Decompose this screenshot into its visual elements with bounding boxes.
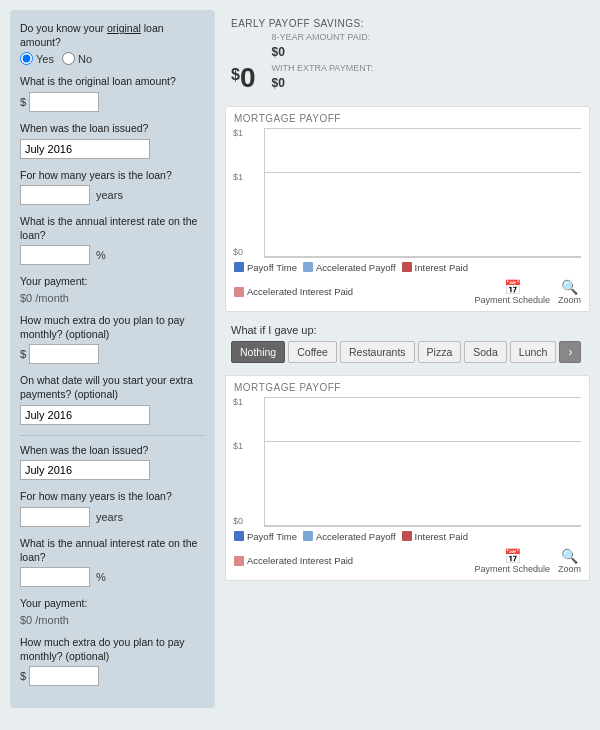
- legend-dot-accel-interest: [234, 287, 244, 297]
- radio-no-option[interactable]: No: [62, 52, 92, 65]
- tab-coffee[interactable]: Coffee: [288, 341, 337, 363]
- legend-dot-accel-payoff: [303, 262, 313, 272]
- extra2-label: How much extra do you plan to pay monthl…: [20, 636, 205, 663]
- radio-no-input[interactable]: [62, 52, 75, 65]
- legend2-interest-paid: Interest Paid: [402, 531, 468, 542]
- loan-years-label: For how many years is the loan?: [20, 169, 205, 183]
- years2-input[interactable]: [20, 507, 90, 527]
- what-if-title: What if I gave up:: [231, 324, 584, 336]
- interest2-input[interactable]: [20, 567, 90, 587]
- chart1-bot-line: [265, 256, 581, 257]
- field-loan-years: For how many years is the loan? years: [20, 169, 205, 206]
- payment2-label: Your payment:: [20, 597, 205, 611]
- field-interest2: What is the annual interest rate on the …: [20, 537, 205, 587]
- start-date-input[interactable]: [20, 405, 150, 425]
- extra2-dollar-prefix: $: [20, 670, 26, 682]
- chart2-top-line: [265, 397, 581, 398]
- interest2-input-row: %: [20, 567, 205, 587]
- legend2-dot-interest: [402, 531, 412, 541]
- legend2-dot-payoff: [234, 531, 244, 541]
- year-amount-label: 8-YEAR AMOUNT PAID:: [271, 31, 372, 44]
- field-issued-date: When was the loan issued?: [20, 122, 205, 159]
- payment-label: Your payment:: [20, 275, 205, 289]
- radio-yes-option[interactable]: Yes: [20, 52, 54, 65]
- field-start-date: On what date will you start your extra p…: [20, 374, 205, 424]
- years-input-row: years: [20, 185, 205, 205]
- field-issued2: When was the loan issued?: [20, 444, 205, 481]
- extra-dollar-prefix: $: [20, 348, 26, 360]
- years-suffix: years: [96, 189, 123, 201]
- savings-row: $ 0 8-YEAR AMOUNT PAID: $0 WITH EXTRA PA…: [231, 31, 584, 92]
- zoom-btn[interactable]: 🔍 Zoom: [558, 279, 581, 305]
- legend-row1: Payoff Time Accelerated Payoff Interest …: [234, 262, 581, 305]
- tab-pizza[interactable]: Pizza: [418, 341, 462, 363]
- chart1-label-mid: $1: [233, 172, 243, 182]
- payment-value: $0 /month: [20, 292, 205, 304]
- payment-schedule-btn2[interactable]: 📅 Payment Schedule: [474, 548, 550, 574]
- extra-monthly-input[interactable]: [29, 344, 99, 364]
- legend2-payoff-time: Payoff Time: [234, 531, 297, 542]
- tab-restaurants[interactable]: Restaurants: [340, 341, 415, 363]
- year-amount-value: $0: [271, 44, 372, 61]
- chart2-title: MORTGAGE PAYOFF: [234, 382, 581, 393]
- chart1-top-line: [265, 128, 581, 129]
- chart1-mid-line: [265, 172, 581, 173]
- chart2-label-top: $1: [233, 397, 243, 407]
- radio-row-loan: Yes No: [20, 52, 205, 65]
- original-amount-input[interactable]: [29, 92, 99, 112]
- legend2-dot-accel-interest: [234, 556, 244, 566]
- field-extra2: How much extra do you plan to pay monthl…: [20, 636, 205, 686]
- payment-schedule-btn[interactable]: 📅 Payment Schedule: [474, 279, 550, 305]
- chart1-title: MORTGAGE PAYOFF: [234, 113, 581, 124]
- year-amount-col: 8-YEAR AMOUNT PAID: $0 WITH EXTRA PAYMEN…: [271, 31, 372, 92]
- field-interest-rate: What is the annual interest rate on the …: [20, 215, 205, 265]
- extra-payment-label: WITH EXTRA PAYMENT:: [271, 62, 372, 75]
- interest-label: What is the annual interest rate on the …: [20, 215, 205, 242]
- chart1-area: $1 $1 $0: [264, 128, 581, 258]
- legend2-accel-payoff: Accelerated Payoff: [303, 531, 396, 542]
- chart2-bot-line: [265, 525, 581, 526]
- left-panel: Do you know your original loan amount? Y…: [10, 10, 215, 708]
- payment2-value: $0 /month: [20, 614, 205, 626]
- tab-lunch[interactable]: Lunch: [510, 341, 557, 363]
- years2-input-row: years: [20, 507, 205, 527]
- legend-dot-interest: [402, 262, 412, 272]
- percent2-suffix: %: [96, 571, 106, 583]
- chart2-area: $1 $1 $0: [264, 397, 581, 527]
- tab-arrow[interactable]: ›: [559, 341, 581, 363]
- page-wrapper: Do you know your original loan amount? Y…: [0, 0, 600, 718]
- interest2-label: What is the annual interest rate on the …: [20, 537, 205, 564]
- calendar-icon: 📅: [504, 279, 521, 295]
- section-divider: [20, 435, 205, 436]
- payoff-value-row: $ 0: [231, 64, 255, 92]
- legend2-accel-interest: Accelerated Interest Paid: [234, 555, 353, 566]
- original-amount-label: What is the original loan amount?: [20, 75, 205, 89]
- field-years2: For how many years is the loan? years: [20, 490, 205, 527]
- extra2-input-row: $: [20, 666, 205, 686]
- start-date-label: On what date will you start your extra p…: [20, 374, 205, 401]
- legend-row2: Payoff Time Accelerated Payoff Interest …: [234, 531, 581, 574]
- extra-monthly-label: How much extra do you plan to pay monthl…: [20, 314, 205, 341]
- zoom-btn2[interactable]: 🔍 Zoom: [558, 548, 581, 574]
- interest-rate-input[interactable]: [20, 245, 90, 265]
- issued2-input[interactable]: [20, 460, 150, 480]
- dollar-prefix: $: [20, 96, 26, 108]
- extra2-input[interactable]: [29, 666, 99, 686]
- legend-payoff-time: Payoff Time: [234, 262, 297, 273]
- chart2-section: MORTGAGE PAYOFF $1 $1 $0 Payoff Time Acc…: [225, 375, 590, 581]
- dollar-sign: $: [231, 66, 240, 84]
- issued2-label: When was the loan issued?: [20, 444, 205, 458]
- legend-accel-interest: Accelerated Interest Paid: [234, 286, 353, 297]
- field-original-amount: What is the original loan amount? $: [20, 75, 205, 112]
- loan-years-input[interactable]: [20, 185, 90, 205]
- chart1-label-bot: $0: [233, 247, 243, 257]
- radio-yes-input[interactable]: [20, 52, 33, 65]
- legend-accel-payoff: Accelerated Payoff: [303, 262, 396, 273]
- field-payment2: Your payment: $0 /month: [20, 597, 205, 626]
- legend-actions2: 📅 Payment Schedule 🔍 Zoom: [474, 548, 581, 574]
- issued-date-input[interactable]: [20, 139, 150, 159]
- tab-soda[interactable]: Soda: [464, 341, 507, 363]
- tab-nothing[interactable]: Nothing: [231, 341, 285, 363]
- right-panel: EARLY PAYOFF SAVINGS: $ 0 8-YEAR AMOUNT …: [225, 10, 590, 581]
- extra-payment-value: $0: [271, 75, 372, 92]
